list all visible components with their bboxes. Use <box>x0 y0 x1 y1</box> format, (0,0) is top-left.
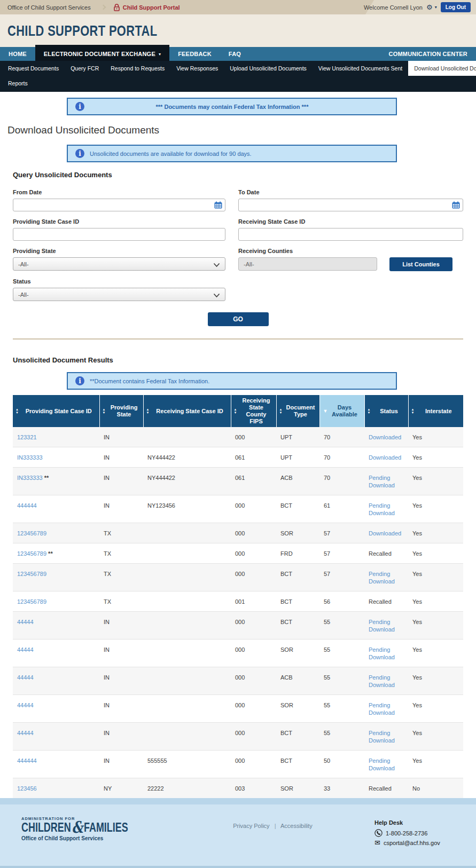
status-link[interactable]: Pending Download <box>369 619 395 633</box>
case-id-link[interactable]: 44444 <box>17 674 34 681</box>
fips-cell: 000 <box>231 543 276 564</box>
nav-faq[interactable]: FAQ <box>220 47 249 61</box>
fips-cell: 000 <box>231 564 276 591</box>
table-row: 44444IN000SOR55Pending DownloadYes <box>13 695 463 723</box>
breadcrumb-agency[interactable]: Office of Child Support Services <box>7 4 91 11</box>
case-id-cell: 44444 <box>13 640 99 667</box>
status-link[interactable]: Pending Download <box>369 702 395 716</box>
subnav-view-unsolicited-documents-sent[interactable]: View Unsolicited Documents Sent <box>313 61 408 76</box>
case-id-link[interactable]: 123456789 <box>17 598 46 605</box>
subnav-download-unsolicited-documents[interactable]: Download Unsolicited Documents <box>408 61 476 76</box>
case-id-link[interactable]: 44444 <box>17 702 34 708</box>
providing-state-cell: IN <box>99 468 143 495</box>
status-link[interactable]: Pending Download <box>369 674 395 688</box>
sub-nav: Request Documents Query FCR Respond to R… <box>0 61 476 92</box>
providing-state-cell: IN <box>99 447 143 468</box>
case-id-link[interactable]: 444444 <box>17 757 37 764</box>
site-logo: CHILD SUPPORT PORTAL <box>7 22 157 40</box>
calendar-icon[interactable] <box>214 201 222 209</box>
status-link[interactable]: Downloaded <box>369 454 401 461</box>
col-providing-state[interactable]: Providing State <box>99 395 143 427</box>
col-status[interactable]: Status <box>364 395 408 427</box>
case-id-link[interactable]: 44444 <box>17 730 34 736</box>
case-id-cell: 44444 <box>13 695 99 723</box>
to-date-field: To Date <box>238 189 463 211</box>
case-id-link[interactable]: 123456789 <box>17 530 46 536</box>
status-link[interactable]: Pending Download <box>369 646 395 660</box>
help-desk-phone[interactable]: 1-800-258-2736 <box>386 830 427 837</box>
case-id-link[interactable]: 123321 <box>17 434 37 440</box>
case-id-link[interactable]: 123456789 <box>17 550 46 557</box>
calendar-icon[interactable] <box>452 201 460 209</box>
privacy-policy-link[interactable]: Privacy Policy <box>233 823 269 829</box>
col-days-available[interactable]: ▼Days Available <box>319 395 364 427</box>
status-link[interactable]: Pending Download <box>369 730 395 744</box>
col-receiving-state-case-id[interactable]: Receiving State Case ID <box>143 395 231 427</box>
case-id-link[interactable]: 123456789 <box>17 571 46 577</box>
status-link[interactable]: Downloaded <box>369 434 401 440</box>
status-link[interactable]: Pending Download <box>369 502 395 516</box>
col-interstate[interactable]: Interstate <box>408 395 463 427</box>
gear-caret-icon[interactable]: ▾ <box>435 5 437 10</box>
days-available-cell: 33 <box>319 778 364 799</box>
providing-state-select[interactable]: -All- <box>13 257 225 271</box>
doc-type-cell: SOR <box>276 778 319 799</box>
receiving-case-cell <box>143 612 231 640</box>
status-select[interactable]: -All- <box>13 288 225 301</box>
case-id-link[interactable]: 123456 <box>17 785 37 792</box>
col-document-type[interactable]: Document Type <box>276 395 319 427</box>
subnav-respond-to-requests[interactable]: Respond to Requests <box>105 61 170 76</box>
subnav-request-documents[interactable]: Request Documents <box>2 61 65 76</box>
nav-communication-center[interactable]: COMMUNICATION CENTER <box>380 47 476 61</box>
case-id-cell: 44444 <box>13 612 99 640</box>
subnav-view-responses[interactable]: View Responses <box>170 61 224 76</box>
help-desk-email[interactable]: csportal@acf.hhs.gov <box>384 840 440 846</box>
doc-type-cell: BCT <box>276 591 319 612</box>
col-receiving-state-county-fips[interactable]: Receiving State County FIPS <box>231 395 276 427</box>
from-date-input[interactable] <box>13 199 225 211</box>
col-providing-state-case-id[interactable]: Providing State Case ID <box>13 395 99 427</box>
doc-type-cell: BCT <box>276 564 319 591</box>
sort-icon <box>411 408 415 414</box>
nav-feedback[interactable]: FEEDBACK <box>169 47 220 61</box>
nav-home[interactable]: HOME <box>0 47 35 61</box>
case-id-link[interactable]: 444444 <box>17 502 37 509</box>
interstate-cell: Yes <box>408 495 463 523</box>
providing-case-input[interactable] <box>13 228 225 241</box>
logout-button[interactable]: Log Out <box>441 2 471 12</box>
status-field: Status -All- <box>13 278 225 301</box>
status-cell: Pending Download <box>364 667 408 695</box>
subnav-reports[interactable]: Reports <box>2 76 34 91</box>
status-cell: Pending Download <box>364 612 408 640</box>
status-link[interactable]: Pending Download <box>369 757 395 771</box>
accessibility-link[interactable]: Accessibility <box>280 823 313 829</box>
subnav-upload-unsolicited-documents[interactable]: Upload Unsolicited Documents <box>224 61 313 76</box>
subnav-query-fcr[interactable]: Query FCR <box>65 61 105 76</box>
status-link[interactable]: Pending Download <box>369 571 395 585</box>
providing-case-field: Providing State Case ID <box>13 218 225 241</box>
fips-cell: 000 <box>231 695 276 723</box>
receiving-case-input[interactable] <box>238 228 463 241</box>
availability-banner: i Unsolicited documents are available fo… <box>67 145 397 162</box>
fips-cell: 000 <box>231 640 276 667</box>
fips-cell: 061 <box>231 447 276 468</box>
receiving-case-cell: NY123456 <box>143 495 231 523</box>
nav-electronic-document-exchange[interactable]: ELECTRONIC DOCUMENT EXCHANGE▾ <box>35 45 169 61</box>
case-id-link[interactable]: IN333333 <box>17 454 43 461</box>
interstate-cell: Yes <box>408 564 463 591</box>
case-id-cell: 444444 <box>13 751 99 778</box>
status-link[interactable]: Downloaded <box>369 530 401 536</box>
to-date-label: To Date <box>238 189 463 195</box>
status-link[interactable]: Pending Download <box>369 475 395 488</box>
gear-icon[interactable]: ⚙ <box>426 4 433 11</box>
go-button[interactable]: GO <box>208 312 269 326</box>
case-id-link[interactable]: 44444 <box>17 646 34 653</box>
to-date-input[interactable] <box>238 199 463 211</box>
sort-desc-icon: ▼ <box>323 408 328 415</box>
providing-state-cell: IN <box>99 640 143 667</box>
list-counties-button[interactable]: List Counties <box>389 257 452 271</box>
status-cell: Pending Download <box>364 751 408 778</box>
days-available-cell: 70 <box>319 427 364 447</box>
case-id-link[interactable]: IN333333 <box>17 475 43 481</box>
case-id-link[interactable]: 44444 <box>17 619 34 625</box>
